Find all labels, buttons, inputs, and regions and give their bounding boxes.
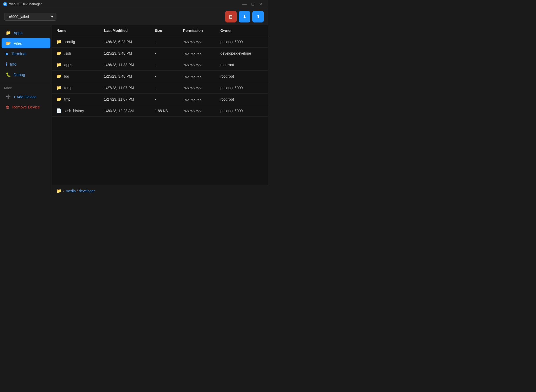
add-device-button[interactable]: ➕ + Add Device	[2, 92, 50, 102]
file-permission: rwxrwxrwx	[179, 59, 216, 71]
file-owner: prisoner:5000	[216, 36, 268, 48]
file-size: -	[151, 48, 179, 59]
breadcrumb-root-icon: 📁	[56, 188, 62, 193]
header: lx6900_jailed ▾ 🗑 ⬇ ⬆	[0, 8, 268, 25]
device-selector[interactable]: lx6900_jailed ▾	[4, 13, 56, 21]
add-device-label: + Add Device	[13, 95, 37, 99]
file-permission: rwxrwxrwx	[179, 71, 216, 82]
file-size: 1.88 KB	[151, 105, 179, 117]
table-row[interactable]: 📄.ash_history1/30/23, 12:28 AM1.88 KBrwx…	[52, 105, 268, 117]
debug-icon: 🐛	[6, 72, 11, 77]
file-modified: 1/25/23, 3:48 PM	[100, 48, 150, 59]
file-name: temp	[64, 86, 72, 90]
maximize-button[interactable]: □	[249, 1, 257, 7]
file-permission: rwxrwxrwx	[179, 105, 216, 117]
folder-icon: 📁	[56, 85, 62, 90]
file-owner: root:root	[216, 59, 268, 71]
app-title: webOS Dev Manager	[9, 2, 42, 6]
folder-icon: 📁	[56, 39, 62, 44]
sidebar: 📁Apps📂Files▶TerminalℹInfo🐛Debug More ➕ +…	[0, 25, 52, 196]
folder-icon: 📁	[56, 74, 62, 79]
file-owner: root:root	[216, 71, 268, 82]
file-name: .config	[64, 40, 75, 44]
file-name-cell: 📁.config	[52, 36, 100, 48]
file-permission: rwxrwxrwx	[179, 94, 216, 105]
file-permission: rwxrwxrwx	[179, 48, 216, 59]
file-owner: root:root	[216, 94, 268, 105]
file-permission: rwxrwxrwx	[179, 82, 216, 94]
breadcrumb-sep-0: /	[63, 189, 64, 193]
table-row[interactable]: 📁temp1/27/23, 11:07 PM-rwxrwxrwxprisoner…	[52, 82, 268, 94]
file-modified: 1/26/23, 6:23 PM	[100, 36, 150, 48]
remove-device-label: Remove Device	[12, 105, 40, 109]
folder-icon: 📁	[56, 97, 62, 102]
sidebar-item-info[interactable]: ℹInfo	[2, 59, 50, 69]
file-owner: develope:develope	[216, 48, 268, 59]
file-modified: 1/26/23, 11:38 PM	[100, 59, 150, 71]
file-name-cell: 📄.ash_history	[52, 105, 100, 117]
col-header-permission: Permission	[179, 25, 216, 36]
file-size: -	[151, 82, 179, 94]
sidebar-label-files: Files	[14, 41, 22, 45]
breadcrumb-sep-1: /	[76, 189, 79, 193]
app-logo: W	[3, 2, 7, 6]
files-icon: 📂	[6, 41, 11, 46]
file-modified: 1/30/23, 12:28 AM	[100, 105, 150, 117]
file-size: -	[151, 71, 179, 82]
more-label: More	[0, 84, 52, 91]
file-size: -	[151, 94, 179, 105]
minimize-button[interactable]: —	[241, 1, 248, 7]
file-table: NameLast ModifiedSizePermissionOwner 📁.c…	[52, 25, 268, 186]
delete-button[interactable]: 🗑	[225, 11, 237, 22]
remove-device-button[interactable]: 🗑 Remove Device	[2, 102, 50, 112]
folder-icon: 📁	[56, 51, 62, 56]
file-permission: rwxrwxrwx	[179, 36, 216, 48]
sidebar-item-apps[interactable]: 📁Apps	[2, 28, 50, 38]
table-row[interactable]: 📁.ssh1/25/23, 3:48 PM-rwxrwxrwxdevelope:…	[52, 48, 268, 59]
sidebar-label-debug: Debug	[14, 72, 25, 77]
sidebar-item-terminal[interactable]: ▶Terminal	[2, 49, 50, 59]
titlebar-left: W webOS Dev Manager	[3, 2, 42, 6]
header-actions: 🗑 ⬇ ⬆	[225, 11, 264, 22]
titlebar: W webOS Dev Manager — □ ✕	[0, 0, 268, 8]
download-button[interactable]: ⬇	[239, 11, 250, 22]
sidebar-item-debug[interactable]: 🐛Debug	[2, 70, 50, 80]
file-name-cell: 📁apps	[52, 59, 100, 71]
folder-icon: 📁	[56, 62, 62, 67]
file-modified: 1/25/23, 3:48 PM	[100, 71, 150, 82]
file-name: tmp	[64, 97, 70, 101]
file-name: .ssh	[64, 51, 71, 55]
table-header: NameLast ModifiedSizePermissionOwner	[52, 25, 268, 36]
file-owner: prisoner:5000	[216, 82, 268, 94]
file-size: -	[151, 59, 179, 71]
table-row[interactable]: 📁apps1/26/23, 11:38 PM-rwxrwxrwxroot:roo…	[52, 59, 268, 71]
file-name-cell: 📁tmp	[52, 94, 100, 105]
file-name: log	[64, 74, 69, 78]
file-size: -	[151, 36, 179, 48]
window-controls: — □ ✕	[241, 1, 265, 7]
upload-button[interactable]: ⬆	[252, 11, 264, 22]
col-header-owner: Owner	[216, 25, 268, 36]
close-button[interactable]: ✕	[258, 1, 265, 7]
content: 📁Apps📂Files▶TerminalℹInfo🐛Debug More ➕ +…	[0, 25, 268, 196]
sidebar-item-files[interactable]: 📂Files	[2, 38, 50, 48]
breadcrumb-segment-media[interactable]: media	[66, 189, 76, 193]
file-name-cell: 📁.ssh	[52, 48, 100, 59]
col-header-name: Name	[52, 25, 100, 36]
table-row[interactable]: 📁tmp1/27/23, 11:07 PM-rwxrwxrwxroot:root	[52, 94, 268, 105]
file-browser: NameLast ModifiedSizePermissionOwner 📁.c…	[52, 25, 268, 196]
file-modified: 1/27/23, 11:07 PM	[100, 94, 150, 105]
table-row[interactable]: 📁.config1/26/23, 6:23 PM-rwxrwxrwxprison…	[52, 36, 268, 48]
add-device-icon: ➕	[6, 94, 11, 99]
sidebar-label-terminal: Terminal	[11, 51, 26, 56]
device-name: lx6900_jailed	[8, 15, 29, 19]
sidebar-divider	[0, 82, 52, 82]
app-container: lx6900_jailed ▾ 🗑 ⬇ ⬆ 📁Apps📂Files▶Termin…	[0, 8, 268, 196]
file-owner: prisoner:5000	[216, 105, 268, 117]
sidebar-label-info: Info	[10, 62, 16, 66]
table-row[interactable]: 📁log1/25/23, 3:48 PM-rwxrwxrwxroot:root	[52, 71, 268, 82]
col-header-size: Size	[151, 25, 179, 36]
file-name: .ash_history	[64, 109, 84, 113]
remove-device-icon: 🗑	[6, 105, 10, 109]
breadcrumb-segment-developer[interactable]: developer	[79, 189, 95, 193]
